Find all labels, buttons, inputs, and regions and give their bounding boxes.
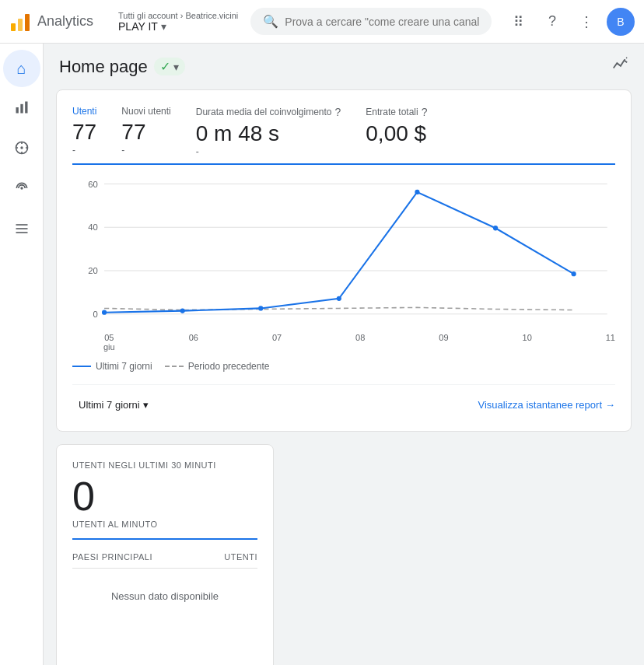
metric-revenue-value: 0,00 $ [366,121,427,146]
metric-new-users-label: Nuovi utenti [121,106,170,117]
avatar[interactable]: B [607,8,635,36]
svg-point-24 [415,190,419,194]
view-report-link[interactable]: Visualizza istantanee report → [478,399,615,411]
sidebar-item-reports[interactable] [3,90,40,128]
svg-text:40: 40 [88,222,98,232]
legend-previous-label: Periodo precedente [188,361,270,372]
search-input[interactable] [285,16,479,28]
sparkline-icon[interactable] [611,56,628,77]
analytics-logo-icon [9,11,31,33]
svg-rect-5 [25,101,27,113]
svg-point-25 [493,226,498,230]
more-button[interactable]: ⋮ [572,8,600,36]
x-label-08: 08 [355,333,365,352]
realtime-label: UTENTI NEGLI ULTIMI 30 MINUTI [72,460,257,470]
metric-revenue[interactable]: Entrate totali ? 0,00 $ [366,106,427,163]
apps-icon: ⠿ [513,13,523,30]
realtime-col-country: PAESI PRINCIPALI [72,552,152,562]
realtime-sublabel: UTENTI AL MINUTO [72,520,257,529]
search-bar[interactable]: 🔍 [250,8,492,35]
badge-chevron-icon: ▾ [173,61,179,73]
svg-text:60: 60 [88,180,98,189]
revenue-help-icon[interactable]: ? [422,106,428,118]
account-selector[interactable]: Tutti gli account › Beatrice.vicini PLAY… [118,11,238,33]
realtime-table-header: PAESI PRINCIPALI UTENTI [72,552,257,569]
svg-rect-1 [18,19,23,31]
list-icon [14,221,30,240]
realtime-empty-message: Nessun dato disponibile [72,575,257,618]
legend-current-label: Ultimi 7 giorni [96,361,152,372]
date-filter-chevron-icon: ▾ [143,399,149,411]
metric-users-value: 77 [72,120,96,145]
svg-point-22 [258,306,263,310]
svg-point-7 [20,146,23,149]
help-button[interactable]: ? [538,8,566,36]
legend-current: Ultimi 7 giorni [72,361,152,372]
svg-rect-11 [16,232,27,233]
chevron-down-icon: ▾ [161,20,166,33]
svg-rect-10 [16,228,27,229]
metric-engagement[interactable]: Durata media del coinvolgimento ? 0 m 48… [196,106,341,163]
svg-rect-0 [11,23,16,31]
x-label-06: 06 [189,333,198,352]
signal-icon [14,180,30,200]
metric-users[interactable]: Utenti 77 - [72,106,96,165]
sidebar: ⌂ [0,44,44,665]
app-header: Analytics Tutti gli account › Beatrice.v… [0,0,644,44]
metric-engagement-sub: - [196,146,341,157]
engagement-help-icon[interactable]: ? [335,106,341,118]
page-title-row: Home page ✓ ▾ [59,57,185,77]
sidebar-item-advertising[interactable] [3,171,40,208]
apps-button[interactable]: ⠿ [504,8,532,36]
main-content: Home page ✓ ▾ Utenti 77 - Nuovi utenti 7… [44,44,644,665]
svg-point-21 [180,308,185,313]
help-icon: ? [548,13,556,30]
bar-chart-icon [14,100,30,119]
svg-point-20 [102,310,107,315]
line-chart: 60 40 20 0 [72,177,615,333]
metrics-row: Utenti 77 - Nuovi utenti 77 - Durata med… [72,106,615,165]
realtime-value: 0 [72,476,257,516]
more-icon: ⋮ [579,13,593,30]
search-icon: 🔍 [263,14,278,29]
metric-engagement-label: Durata media del coinvolgimento ? [196,106,341,118]
svg-text:20: 20 [88,266,98,275]
sidebar-item-configure[interactable] [3,212,40,249]
chart-x-labels: 05 giu 06 07 08 09 10 11 [72,333,615,352]
sidebar-item-explore[interactable] [3,131,40,168]
x-label-07: 07 [272,333,282,352]
realtime-card: UTENTI NEGLI ULTIMI 30 MINUTI 0 UTENTI A… [56,444,274,665]
date-filter[interactable]: Ultimi 7 giorni ▾ [72,394,155,415]
metric-revenue-label: Entrate totali ? [366,106,427,118]
x-label-10: 10 [523,333,532,352]
svg-rect-3 [16,107,18,114]
svg-text:0: 0 [93,310,98,319]
arrow-right-icon: → [605,399,615,411]
home-icon: ⌂ [16,60,26,78]
legend-dashed-line [165,366,184,367]
x-label-09: 09 [439,333,448,352]
metric-new-users[interactable]: Nuovi utenti 77 - [121,106,170,163]
page-status-badge[interactable]: ✓ ▾ [154,58,185,75]
svg-point-8 [20,187,23,189]
svg-rect-4 [20,103,23,113]
page-title: Home page [59,57,148,77]
chart-area: 60 40 20 0 [72,177,615,333]
metric-new-users-value: 77 [121,120,170,145]
realtime-col-users: UTENTI [224,552,257,562]
sidebar-item-home[interactable]: ⌂ [3,50,40,87]
legend-solid-line [72,366,91,367]
date-filter-label: Ultimi 7 giorni [79,399,140,411]
app-title: Analytics [37,13,93,30]
property-name[interactable]: PLAY IT ▾ [118,20,238,33]
svg-rect-9 [16,224,27,226]
metric-engagement-value: 0 m 48 s [196,121,341,146]
overview-card: Utenti 77 - Nuovi utenti 77 - Durata med… [56,89,632,432]
compass-icon [14,140,30,159]
header-actions: ⠿ ? ⋮ B [504,8,635,36]
card-footer: Ultimi 7 giorni ▾ Visualizza istantanee … [72,384,615,415]
page-header: Home page ✓ ▾ [56,56,632,77]
check-icon: ✓ [160,59,170,74]
breadcrumb: Tutti gli account › Beatrice.vicini [118,11,238,20]
realtime-bar [72,538,257,540]
